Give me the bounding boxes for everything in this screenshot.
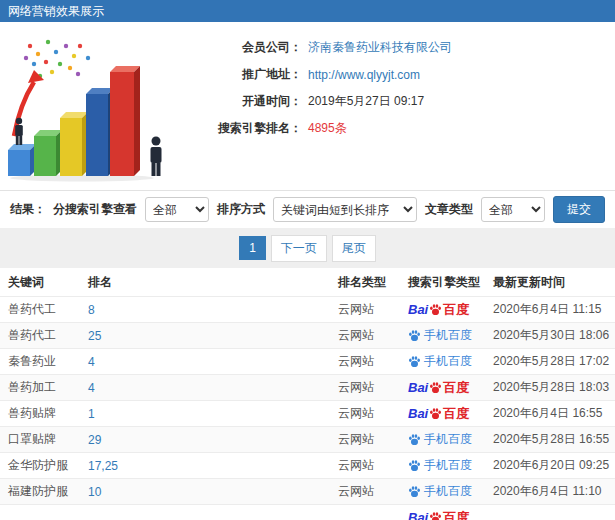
field-row-company: 会员公司： 济南秦鲁药业科技有限公司 xyxy=(182,34,605,61)
baidu-logo-du: 百度 xyxy=(443,509,469,520)
company-fields: 会员公司： 济南秦鲁药业科技有限公司 推广地址： http://www.qlyy… xyxy=(182,32,605,182)
engine-cell: 手机百度 xyxy=(408,483,493,500)
filter-controls: 分搜索引擎查看 全部 排序方式 关键词由短到长排序 文章类型 全部 提交 xyxy=(53,196,605,223)
rank-link[interactable]: 17,25 xyxy=(88,459,338,473)
table-row: 口罩贴牌29云网站手机百度2020年5月28日 16:55 xyxy=(0,426,615,452)
paw-icon xyxy=(408,485,421,498)
next-page-button[interactable]: 下一页 xyxy=(271,235,327,262)
baidu-logo-du: 百度 xyxy=(443,379,469,397)
table-row: 秦鲁药业4云网站手机百度2020年5月28日 17:02 xyxy=(0,348,615,374)
engine-cell: 手机百度 xyxy=(408,431,493,448)
updated-cell: 2020年5月28日 17:02 xyxy=(493,353,615,370)
engine-cell: 手机百度 xyxy=(408,353,493,370)
results-table: 关键词 排名 排名类型 搜索引擎类型 最新更新时间 兽药代工8云网站Bai百度2… xyxy=(0,268,615,520)
updated-cell: 2020年6月20日 09:25 xyxy=(493,457,615,474)
ranking-count-value: 4895条 xyxy=(308,120,347,137)
rank-link[interactable]: 25 xyxy=(88,329,338,343)
updated-cell: 2020年6月4日 11:10 xyxy=(493,483,615,500)
page-1-button[interactable]: 1 xyxy=(239,236,266,260)
updated-cell: 2020年5月30日 18:06 xyxy=(493,327,615,344)
bar-chart-illustration xyxy=(4,32,182,184)
table-header-row: 关键词 排名 排名类型 搜索引擎类型 最新更新时间 xyxy=(0,268,615,296)
field-row-ranking-count: 搜索引擎排名： 4895条 xyxy=(182,115,605,142)
keyword-cell: 口罩贴牌 xyxy=(0,431,88,448)
bar-green xyxy=(34,130,62,176)
header-rank-type: 排名类型 xyxy=(338,274,408,291)
rank-link[interactable]: 4 xyxy=(88,381,338,395)
rank-type-cell: 云网站 xyxy=(338,379,408,396)
paw-icon xyxy=(429,303,442,316)
mobile-baidu-label: 手机百度 xyxy=(424,431,472,448)
mobile-baidu-logo: 手机百度 xyxy=(408,431,472,448)
ranking-count-label: 搜索引擎排名： xyxy=(182,120,302,137)
baidu-logo-bai: Bai xyxy=(408,406,428,421)
mobile-baidu-logo: 手机百度 xyxy=(408,457,472,474)
baidu-logo-du: 百度 xyxy=(443,301,469,319)
engine-filter-select[interactable]: 全部 xyxy=(145,197,209,222)
table-row: 兽药加工4云网站Bai百度2020年5月28日 18:03 xyxy=(0,374,615,400)
paw-icon xyxy=(429,407,442,420)
chart-clipart-image xyxy=(4,32,182,182)
paw-icon xyxy=(429,381,442,394)
baidu-logo-bai: Bai xyxy=(408,510,428,520)
article-type-select[interactable]: 全部 xyxy=(481,197,545,222)
engine-cell: Bai百度 xyxy=(408,301,493,319)
mobile-baidu-logo: 手机百度 xyxy=(408,327,472,344)
table-row: 福建防护服10云网站手机百度2020年6月4日 11:10 xyxy=(0,478,615,504)
rank-link[interactable]: 10 xyxy=(88,485,338,499)
pagination: 1 下一页 尾页 xyxy=(0,228,615,268)
submit-button[interactable]: 提交 xyxy=(553,196,605,223)
keyword-cell: 福建防护服 xyxy=(0,483,88,500)
baidu-logo-bai: Bai xyxy=(408,380,428,395)
table-body: 兽药代工8云网站Bai百度2020年6月4日 11:15兽药代工25云网站手机百… xyxy=(0,296,615,520)
rank-link[interactable]: 4 xyxy=(88,355,338,369)
rank-type-cell: 云网站 xyxy=(338,457,408,474)
header-updated: 最新更新时间 xyxy=(493,274,615,291)
rank-link[interactable]: 8 xyxy=(88,303,338,317)
company-name-link[interactable]: 济南秦鲁药业科技有限公司 xyxy=(308,39,452,56)
mobile-baidu-label: 手机百度 xyxy=(424,327,472,344)
rank-link[interactable]: 1 xyxy=(88,407,338,421)
mobile-baidu-label: 手机百度 xyxy=(424,483,472,500)
rank-type-cell: 云网站 xyxy=(338,483,408,500)
engine-cell: 手机百度 xyxy=(408,327,493,344)
filter-bar: 结果： 分搜索引擎查看 全部 排序方式 关键词由短到长排序 文章类型 全部 提交 xyxy=(0,190,615,228)
company-info-panel: 会员公司： 济南秦鲁药业科技有限公司 推广地址： http://www.qlyy… xyxy=(0,22,615,190)
promotion-url-label: 推广地址： xyxy=(182,66,302,83)
keyword-cell: 秦鲁药业 xyxy=(0,353,88,370)
field-row-open-time: 开通时间： 2019年5月27日 09:17 xyxy=(182,88,605,115)
keyword-cell: 金华防护服 xyxy=(0,457,88,474)
title-bar: 网络营销效果展示 xyxy=(0,0,615,22)
keyword-cell: 兽药贴牌 xyxy=(0,405,88,422)
engine-cell: Bai百度 xyxy=(408,509,493,520)
table-row: 兽药代工8云网站Bai百度2020年6月4日 11:15 xyxy=(0,296,615,322)
promotion-url-link[interactable]: http://www.qlyyjt.com xyxy=(308,68,420,82)
article-type-label: 文章类型 xyxy=(425,201,473,218)
rank-type-cell: 云网站 xyxy=(338,327,408,344)
field-row-url: 推广地址： http://www.qlyyjt.com xyxy=(182,61,605,88)
table-row: 兽药贴牌1云网站Bai百度2020年6月4日 16:55 xyxy=(0,400,615,426)
paw-icon xyxy=(408,459,421,472)
engine-cell: 手机百度 xyxy=(408,457,493,474)
rank-type-cell: 云网站 xyxy=(338,301,408,318)
last-page-button[interactable]: 尾页 xyxy=(332,235,376,262)
rank-link[interactable]: 29 xyxy=(88,433,338,447)
open-time-label: 开通时间： xyxy=(182,93,302,110)
paw-icon xyxy=(408,433,421,446)
sort-select[interactable]: 关键词由短到长排序 xyxy=(273,197,417,222)
sort-label: 排序方式 xyxy=(217,201,265,218)
rank-type-cell: 云网站 xyxy=(338,353,408,370)
header-rank: 排名 xyxy=(88,274,338,291)
result-label: 结果： xyxy=(10,201,46,218)
page-title: 网络营销效果展示 xyxy=(8,4,104,18)
baidu-logo: Bai百度 xyxy=(408,405,469,423)
engine-cell: Bai百度 xyxy=(408,379,493,397)
paw-icon xyxy=(408,355,421,368)
paw-icon xyxy=(408,329,421,342)
baidu-logo: Bai百度 xyxy=(408,509,469,520)
bar-red xyxy=(110,66,140,176)
keyword-cell: 兽药代工 xyxy=(0,301,88,318)
paw-icon xyxy=(429,511,442,520)
mobile-baidu-label: 手机百度 xyxy=(424,457,472,474)
updated-cell: 2020年6月4日 11:15 xyxy=(493,301,615,318)
